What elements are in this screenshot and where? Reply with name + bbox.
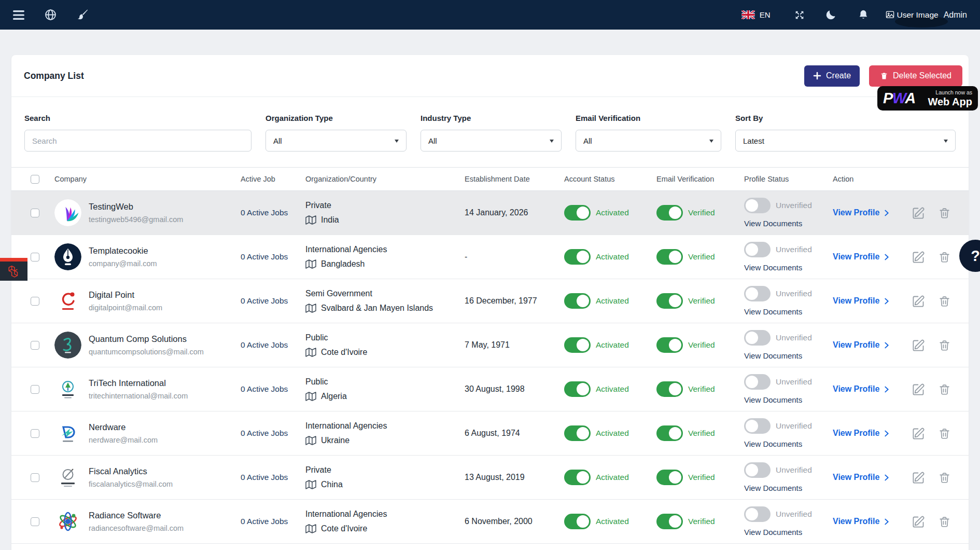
brush-icon[interactable] [76, 8, 89, 21]
chevron-right-icon [885, 430, 889, 437]
language-switcher[interactable]: EN [741, 10, 771, 19]
globe-icon[interactable] [44, 8, 57, 21]
active-jobs-link[interactable]: 0 Active Jobs [241, 296, 288, 305]
view-profile-link[interactable]: View Profile [833, 384, 889, 394]
company-logo [54, 332, 81, 359]
account-status-toggle[interactable] [564, 381, 591, 397]
profile-status-toggle[interactable] [744, 242, 771, 257]
view-documents-link[interactable]: View Documents [744, 351, 827, 360]
active-jobs-link[interactable]: 0 Active Jobs [241, 208, 288, 217]
profile-status-toggle[interactable] [744, 198, 771, 213]
dark-mode-icon[interactable] [825, 9, 837, 21]
active-jobs-link[interactable]: 0 Active Jobs [241, 340, 288, 349]
row-checkbox[interactable] [31, 429, 39, 438]
delete-icon[interactable] [938, 515, 951, 528]
row-checkbox[interactable] [31, 297, 39, 306]
row-checkbox[interactable] [31, 209, 39, 217]
delete-icon[interactable] [938, 295, 951, 308]
view-documents-link[interactable]: View Documents [744, 439, 827, 448]
edit-icon[interactable] [912, 382, 926, 396]
active-jobs-link[interactable]: 0 Active Jobs [241, 429, 288, 437]
select-all-checkbox[interactable] [31, 175, 39, 184]
row-checkbox[interactable] [31, 253, 39, 262]
email-verification-toggle[interactable] [656, 514, 683, 529]
profile-status-toggle[interactable] [744, 286, 771, 301]
view-documents-link[interactable]: View Documents [744, 528, 827, 537]
account-status-toggle[interactable] [564, 470, 591, 485]
email-verification-toggle[interactable] [656, 337, 683, 353]
laravel-debugbar-toggle[interactable] [0, 258, 27, 281]
view-documents-link[interactable]: View Documents [744, 219, 827, 228]
row-checkbox[interactable] [31, 517, 39, 526]
profile-status-toggle[interactable] [744, 418, 771, 434]
row-checkbox[interactable] [31, 341, 39, 350]
country-name: Ukraine [321, 436, 349, 445]
active-jobs-link[interactable]: 0 Active Jobs [241, 517, 288, 526]
view-documents-link[interactable]: View Documents [744, 395, 827, 404]
edit-icon[interactable] [912, 515, 926, 529]
hamburger-menu-icon[interactable] [13, 10, 25, 20]
fullscreen-icon[interactable] [794, 9, 805, 21]
caret-down-icon [550, 140, 554, 145]
create-button[interactable]: Create [804, 65, 860, 87]
view-profile-link[interactable]: View Profile [833, 208, 889, 217]
sort-by-select[interactable]: Latest [735, 130, 956, 152]
edit-icon[interactable] [912, 427, 926, 441]
edit-icon[interactable] [912, 338, 926, 352]
active-jobs-link[interactable]: 0 Active Jobs [241, 384, 288, 393]
edit-icon[interactable] [912, 206, 926, 220]
delete-icon[interactable] [938, 427, 951, 440]
view-documents-link[interactable]: View Documents [744, 484, 827, 492]
edit-icon[interactable] [912, 294, 926, 308]
view-profile-link[interactable]: View Profile [833, 473, 889, 482]
profile-status-toggle[interactable] [744, 330, 771, 346]
email-verification-select[interactable]: All [576, 130, 721, 152]
email-verification-toggle[interactable] [656, 425, 683, 441]
company-logo [54, 508, 81, 535]
account-status-toggle[interactable] [564, 293, 591, 309]
active-jobs-link[interactable]: 0 Active Jobs [241, 252, 288, 261]
view-profile-link[interactable]: View Profile [833, 429, 889, 438]
delete-selected-button[interactable]: Delete Selected [869, 65, 962, 87]
account-status-toggle[interactable] [564, 249, 591, 265]
view-documents-link[interactable]: View Documents [744, 263, 827, 272]
email-verification-toggle[interactable] [656, 249, 683, 265]
profile-status-toggle[interactable] [744, 506, 771, 522]
email-verification-toggle[interactable] [656, 293, 683, 309]
edit-icon[interactable] [912, 250, 926, 264]
pwa-install-badge[interactable]: PWA Launch now as Web App [877, 86, 978, 111]
account-status-toggle[interactable] [564, 337, 591, 353]
delete-icon[interactable] [938, 207, 951, 219]
account-status-toggle[interactable] [564, 205, 591, 221]
admin-username[interactable]: Admin [944, 10, 967, 20]
notifications-bell-icon[interactable] [858, 9, 869, 21]
industry-type-select[interactable]: All [421, 130, 562, 152]
delete-icon[interactable] [938, 339, 951, 352]
organization-type: Private [305, 465, 457, 475]
email-verification-toggle[interactable] [656, 470, 683, 485]
search-input[interactable] [24, 130, 251, 152]
edit-icon[interactable] [912, 471, 926, 485]
view-documents-link[interactable]: View Documents [744, 307, 827, 316]
email-status-label: Verified [688, 429, 715, 438]
delete-icon[interactable] [938, 471, 951, 484]
organization-type-select[interactable]: All [265, 130, 407, 152]
active-jobs-link[interactable]: 0 Active Jobs [241, 473, 288, 482]
row-checkbox[interactable] [31, 385, 39, 394]
user-avatar[interactable]: User Image [886, 10, 939, 20]
account-status-toggle[interactable] [564, 425, 591, 441]
account-status-toggle[interactable] [564, 514, 591, 529]
row-checkbox[interactable] [31, 473, 39, 482]
view-profile-link[interactable]: View Profile [833, 296, 889, 306]
view-profile-link[interactable]: View Profile [833, 517, 889, 526]
profile-status-toggle[interactable] [744, 374, 771, 390]
email-verification-toggle[interactable] [656, 381, 683, 397]
establishment-date: 6 November, 2000 [465, 517, 533, 526]
delete-icon[interactable] [938, 251, 951, 264]
view-profile-link[interactable]: View Profile [833, 252, 889, 262]
map-icon [305, 259, 316, 269]
email-verification-toggle[interactable] [656, 205, 683, 221]
delete-icon[interactable] [938, 383, 951, 396]
view-profile-link[interactable]: View Profile [833, 340, 889, 350]
profile-status-toggle[interactable] [744, 462, 771, 478]
